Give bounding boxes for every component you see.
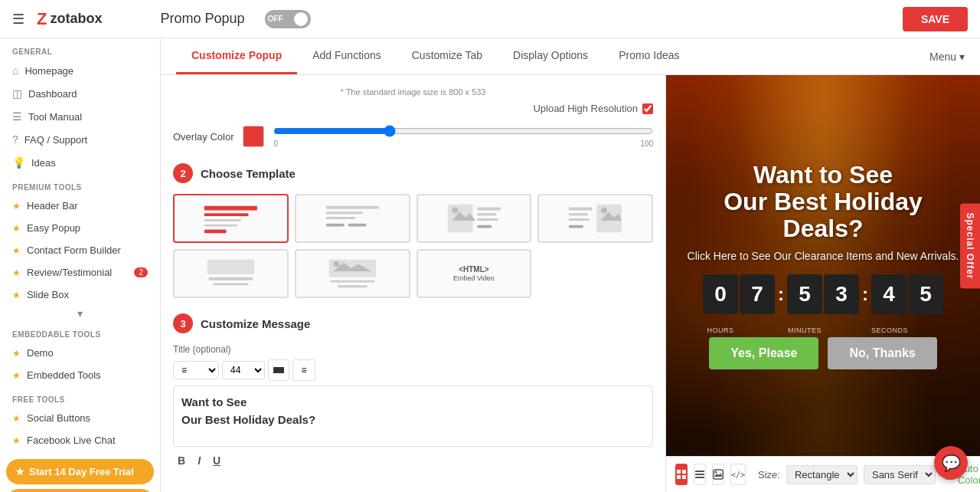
preview-subtext: Click Here to See Our Clearance Items an… [688,250,959,262]
svg-rect-0 [204,206,257,211]
overlay-slider[interactable] [273,125,653,137]
svg-rect-13 [477,208,501,211]
headline-line2: Our Best Holiday Deals? [724,188,923,242]
underline-button[interactable]: U [208,453,225,468]
upload-checkbox[interactable] [642,103,653,114]
tab-promo-ideas[interactable]: Promo Ideas [603,38,694,74]
sidebar-item-demo[interactable]: ★ Demo [0,342,160,364]
countdown-labels: HOURS MINUTES SECONDS [703,326,943,334]
overlay-color-swatch[interactable] [243,126,264,147]
bold-button[interactable]: B [173,453,190,468]
line-height-btn[interactable]: ≡ [292,359,315,381]
special-offer-tab[interactable]: Special Offer [960,203,980,288]
preview-image-area: Want to See Our Best Holiday Deals? Clic… [666,75,980,456]
sidebar-item-easy-popup[interactable]: ★ Easy Popup [0,217,160,239]
tab-add-functions[interactable]: Add Functions [297,38,397,74]
manual-icon: ☰ [12,110,22,123]
star-icon: ★ [12,435,21,446]
pricing-button[interactable]: ★ See Pricing Plans [6,489,154,492]
svg-rect-31 [338,285,367,287]
preview-headline: Want to See Our Best Holiday Deals? [681,162,965,243]
save-button[interactable]: SAVE [903,7,968,31]
topbar: ☰ Z zotabox Promo Popup OFF SAVE [0,0,980,38]
list-view-btn[interactable] [694,464,706,485]
menu-dropdown[interactable]: Menu ▾ [929,51,965,63]
sidebar-item-faq[interactable]: ? FAQ / Support [0,128,160,151]
yes-please-button[interactable]: Yes, Please [709,337,818,369]
chat-bubble[interactable]: 💬 [934,446,968,480]
ideas-icon: 💡 [12,156,25,169]
preview-panel: Want to See Our Best Holiday Deals? Clic… [666,75,980,492]
tab-display-options[interactable]: Display Options [498,38,603,74]
no-thanks-button[interactable]: No, Thanks [828,337,936,369]
template-card-2[interactable] [295,194,410,243]
template-card-3[interactable] [416,194,532,243]
range-max: 100 [640,139,653,148]
code-view-btn[interactable]: </> [730,464,746,485]
sidebar-item-homepage[interactable]: ⌂ Homepage [0,59,160,82]
svg-rect-26 [213,283,248,285]
sidebar-item-contact-form[interactable]: ★ Contact Form Builder [0,239,160,261]
sidebar-item-header-bar[interactable]: ★ Header Bar [0,195,160,217]
sidebar-item-label: Review/Testimonial [27,267,112,278]
italic-button[interactable]: I [193,453,205,468]
template-card-6[interactable] [295,249,410,298]
svg-rect-1 [204,213,249,216]
msg-textarea[interactable]: Want to See Our Best Holiday Deals? [173,385,653,447]
size-select[interactable]: Rectangle [786,465,858,484]
align-select[interactable]: ≡ [173,361,219,379]
tab-customize-tab[interactable]: Customize Tab [397,38,498,74]
countdown-label-sep3 [908,326,943,334]
headline-line1: Want to See [753,161,893,189]
svg-rect-16 [477,225,492,228]
sidebar-item-ideas[interactable]: 💡 Ideas [0,151,160,174]
section3-header: 3 Customize Message [173,313,653,333]
sidebar-item-review[interactable]: ★ Review/Testimonial 2 [0,261,160,284]
trial-button[interactable]: ★ Start 14 Day Free Trial [6,459,154,484]
star-icon: ★ [12,245,21,256]
editor-container: * The standard image size is 800 x 533 U… [161,75,980,492]
template-card-html[interactable]: <HTML> Embed Video [416,249,532,298]
tab-bar: Customize Popup Add Functions Customize … [161,38,980,75]
toggle-switch[interactable]: OFF [265,10,311,28]
logo: Z zotabox [37,9,102,29]
sidebar-item-label: Embedded Tools [27,369,101,381]
svg-point-29 [333,261,339,267]
fontsize-select[interactable]: 44 [222,361,265,379]
customize-message-section: Title (optional) ≡ 44 ≡ [173,344,653,468]
preview-background: Want to See Our Best Holiday Deals? Clic… [666,75,980,456]
image-view-btn[interactable] [712,464,724,485]
preview-buttons: Yes, Please No, Thanks [709,337,936,369]
section3-title: Customize Message [201,317,310,330]
sidebar-item-label: Social Buttons [27,412,90,424]
template-card-4[interactable] [537,194,653,243]
page-title: Promo Popup [160,11,244,27]
tab-customize-popup[interactable]: Customize Popup [176,38,297,74]
sidebar-item-tool-manual[interactable]: ☰ Tool Manual [0,105,160,128]
sidebar-item-facebook[interactable]: ★ Facebook Live Chat [0,429,160,451]
upload-label: Upload High Resolution [533,103,638,114]
svg-rect-35 [682,475,686,479]
countdown-colon-1: : [776,284,786,305]
sidebar-item-label: Slide Box [27,289,69,300]
sidebar-item-label: Tool Manual [28,111,82,123]
sidebar-item-dashboard[interactable]: ◫ Dashboard [0,82,160,105]
hamburger-icon[interactable]: ☰ [12,11,24,28]
msg-line1: Want to See [181,394,645,412]
countdown-digit-3: 3 [824,274,859,314]
countdown-digit-4: 4 [871,274,906,314]
sidebar-item-embedded[interactable]: ★ Embedded Tools [0,364,160,386]
svg-rect-7 [326,217,355,219]
grid-view-btn[interactable] [675,464,688,485]
sidebar-item-label: Homepage [24,65,74,77]
template-card-5[interactable] [173,249,289,298]
svg-point-23 [601,208,607,214]
sidebar-item-slide-box[interactable]: ★ Slide Box [0,284,160,306]
template-card-1[interactable] [173,194,289,243]
sidebar-item-social[interactable]: ★ Social Buttons [0,407,160,429]
section2-title: Choose Template [201,167,296,180]
svg-rect-9 [348,224,366,227]
color-picker-btn[interactable] [268,359,289,381]
font-select[interactable]: Sans Serif [864,465,936,484]
chevron-down-icon[interactable]: ▾ [0,306,160,321]
